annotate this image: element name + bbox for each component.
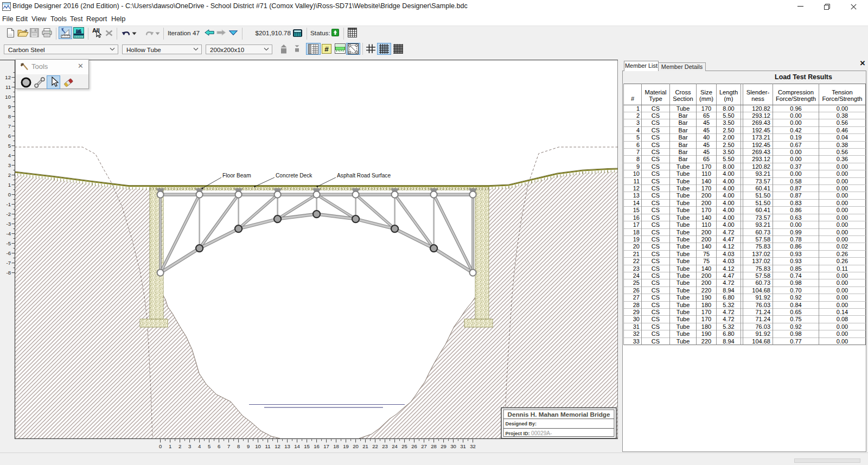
svg-text:17: 17 [323, 443, 329, 449]
svg-text:22: 22 [372, 443, 378, 449]
svg-text:6: 6 [218, 443, 220, 449]
svg-text:-5: -5 [6, 240, 11, 246]
svg-text:7: 7 [227, 443, 230, 449]
svg-text:2: 2 [178, 443, 181, 449]
svg-text:5: 5 [8, 143, 11, 149]
svg-text:3: 3 [188, 443, 191, 449]
svg-text:23: 23 [382, 443, 388, 449]
svg-text:-7: -7 [6, 260, 11, 266]
svg-text:Designed By:: Designed By: [506, 421, 537, 426]
svg-text:27: 27 [421, 443, 427, 449]
svg-text:25: 25 [401, 443, 407, 449]
svg-text:28: 28 [431, 443, 437, 449]
svg-text:11: 11 [265, 443, 271, 449]
svg-text:16: 16 [314, 443, 320, 449]
svg-text:4: 4 [198, 443, 201, 449]
svg-text:14: 14 [294, 443, 300, 449]
svg-text:6: 6 [8, 133, 11, 139]
svg-text:1: 1 [8, 182, 11, 188]
svg-text:24: 24 [392, 443, 398, 449]
svg-text:1: 1 [169, 443, 171, 449]
svg-text:11: 11 [5, 84, 11, 90]
svg-text:30: 30 [450, 443, 456, 449]
svg-text:2: 2 [8, 172, 11, 178]
svg-text:-2: -2 [6, 211, 11, 217]
svg-text:10: 10 [255, 443, 261, 449]
svg-text:10: 10 [5, 94, 11, 100]
svg-text:Dennis H. Mahan Memorial Bridg: Dennis H. Mahan Memorial Bridge [508, 411, 610, 418]
svg-text:5: 5 [208, 443, 210, 449]
svg-text:0: 0 [8, 192, 11, 198]
svg-text:-3: -3 [6, 221, 11, 227]
svg-text:7: 7 [8, 123, 11, 129]
svg-text:-6: -6 [6, 250, 11, 256]
svg-text:-1: -1 [6, 201, 11, 207]
svg-text:21: 21 [362, 443, 368, 449]
svg-text:Asphalt Road Surface: Asphalt Road Surface [337, 173, 391, 179]
svg-text:32: 32 [470, 443, 476, 449]
svg-text:12: 12 [5, 74, 11, 80]
svg-text:8: 8 [8, 113, 11, 119]
svg-text:12: 12 [275, 443, 280, 449]
svg-text:9: 9 [247, 443, 250, 449]
svg-text:15: 15 [304, 443, 310, 449]
svg-text:4: 4 [8, 152, 11, 158]
svg-text:31: 31 [460, 443, 466, 449]
svg-text:-4: -4 [6, 231, 11, 237]
svg-text:Project ID:: Project ID: [506, 431, 530, 436]
svg-text:00029A-: 00029A- [531, 430, 552, 436]
svg-text:Floor Beam: Floor Beam [222, 173, 251, 179]
svg-text:9: 9 [8, 104, 11, 110]
svg-text:-8: -8 [6, 270, 11, 276]
svg-text:20: 20 [353, 443, 359, 449]
svg-text:3: 3 [8, 162, 11, 168]
svg-text:26: 26 [411, 443, 417, 449]
svg-text:19: 19 [343, 443, 349, 449]
svg-text:8: 8 [237, 443, 240, 449]
svg-text:0: 0 [159, 443, 162, 449]
svg-text:18: 18 [333, 443, 339, 449]
svg-text:13: 13 [284, 443, 290, 449]
svg-text:#: # [324, 45, 329, 53]
svg-text:29: 29 [441, 443, 446, 449]
svg-text:Concrete Deck: Concrete Deck [276, 173, 312, 179]
